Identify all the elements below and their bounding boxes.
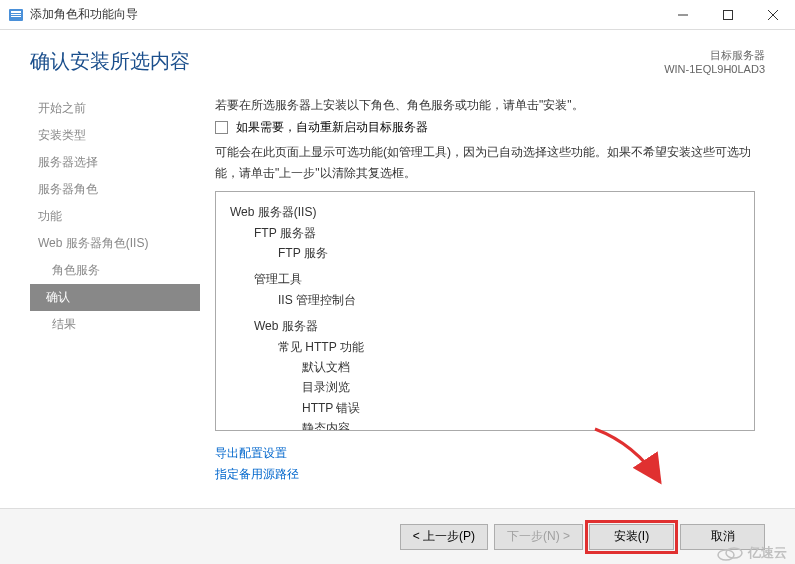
svg-rect-1 xyxy=(11,11,21,13)
selections-tree[interactable]: Web 服务器(IIS) FTP 服务器 FTP 服务 管理工具 IIS 管理控… xyxy=(215,191,755,431)
watermark: 亿速云 xyxy=(716,544,787,562)
content-area: 开始之前 安装类型 服务器选择 服务器角色 功能 Web 服务器角色(IIS) … xyxy=(0,85,795,485)
nav-features[interactable]: 功能 xyxy=(30,203,200,230)
tree-item: 常见 HTTP 功能 xyxy=(230,337,740,357)
watermark-text: 亿速云 xyxy=(748,544,787,562)
links-area: 导出配置设置 指定备用源路径 xyxy=(215,443,755,484)
app-icon xyxy=(8,7,24,23)
main-panel: 若要在所选服务器上安装以下角色、角色服务或功能，请单击"安装"。 如果需要，自动… xyxy=(200,85,795,485)
alt-source-path-link[interactable]: 指定备用源路径 xyxy=(215,464,755,484)
close-button[interactable] xyxy=(750,0,795,30)
nav-confirmation[interactable]: 确认 xyxy=(30,284,200,311)
previous-button[interactable]: < 上一步(P) xyxy=(400,524,488,550)
tree-item: Web 服务器(IIS) xyxy=(230,202,740,222)
auto-restart-checkbox[interactable] xyxy=(215,121,228,134)
nav-results: 结果 xyxy=(30,311,200,338)
page-header: 确认安装所选内容 目标服务器 WIN-1EQL9H0LAD3 xyxy=(0,30,795,85)
export-config-link[interactable]: 导出配置设置 xyxy=(215,443,755,463)
sub-description: 可能会在此页面上显示可选功能(如管理工具)，因为已自动选择这些功能。如果不希望安… xyxy=(215,142,755,183)
nav-before-begin[interactable]: 开始之前 xyxy=(30,95,200,122)
tree-item: 管理工具 xyxy=(230,269,740,289)
tree-item: 默认文档 xyxy=(230,357,740,377)
nav-role-services[interactable]: 角色服务 xyxy=(30,257,200,284)
svg-rect-5 xyxy=(723,10,732,19)
nav-server-roles[interactable]: 服务器角色 xyxy=(30,176,200,203)
target-server-info: 目标服务器 WIN-1EQL9H0LAD3 xyxy=(664,48,765,75)
install-button[interactable]: 安装(I) xyxy=(589,524,674,550)
auto-restart-label: 如果需要，自动重新启动目标服务器 xyxy=(236,119,428,136)
target-server-name: WIN-1EQL9H0LAD3 xyxy=(664,63,765,75)
minimize-button[interactable] xyxy=(660,0,705,30)
svg-rect-3 xyxy=(11,16,21,17)
tree-item: FTP 服务 xyxy=(230,243,740,263)
tree-item: 目录浏览 xyxy=(230,377,740,397)
tree-item: FTP 服务器 xyxy=(230,223,740,243)
nav-server-selection[interactable]: 服务器选择 xyxy=(30,149,200,176)
main-description: 若要在所选服务器上安装以下角色、角色服务或功能，请单击"安装"。 xyxy=(215,95,755,115)
wizard-nav: 开始之前 安装类型 服务器选择 服务器角色 功能 Web 服务器角色(IIS) … xyxy=(30,85,200,485)
nav-web-server-iis[interactable]: Web 服务器角色(IIS) xyxy=(30,230,200,257)
auto-restart-row[interactable]: 如果需要，自动重新启动目标服务器 xyxy=(215,119,755,136)
svg-rect-2 xyxy=(11,14,21,15)
nav-install-type[interactable]: 安装类型 xyxy=(30,122,200,149)
titlebar-controls xyxy=(660,0,795,30)
wizard-footer: < 上一步(P) 下一步(N) > 安装(I) 取消 xyxy=(0,508,795,564)
tree-item: Web 服务器 xyxy=(230,316,740,336)
page-title: 确认安装所选内容 xyxy=(30,48,190,75)
maximize-button[interactable] xyxy=(705,0,750,30)
titlebar-title: 添加角色和功能向导 xyxy=(30,6,660,23)
next-button: 下一步(N) > xyxy=(494,524,583,550)
target-label: 目标服务器 xyxy=(664,48,765,63)
tree-item: HTTP 错误 xyxy=(230,398,740,418)
titlebar: 添加角色和功能向导 xyxy=(0,0,795,30)
tree-item: IIS 管理控制台 xyxy=(230,290,740,310)
tree-item: 静态内容 xyxy=(230,418,740,431)
